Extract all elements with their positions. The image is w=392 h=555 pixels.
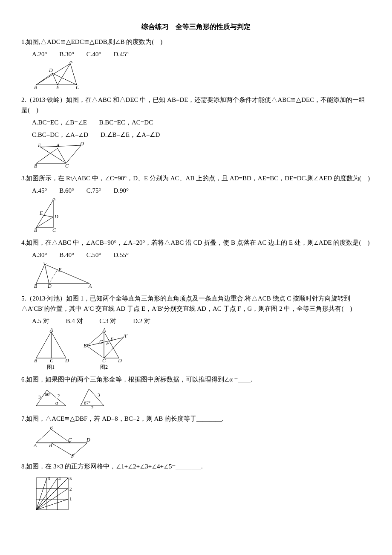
svg-line-40 bbox=[87, 346, 104, 358]
svg-text:F: F bbox=[71, 453, 75, 458]
svg-text:B′: B′ bbox=[84, 343, 88, 349]
svg-text:C: C bbox=[52, 227, 56, 233]
svg-text:A: A bbox=[102, 328, 106, 333]
svg-line-43 bbox=[87, 338, 123, 346]
q1-option-b: B.30° bbox=[59, 51, 74, 58]
svg-text:C: C bbox=[102, 358, 106, 364]
q2-option-d: D.∠B=∠E，∠A=∠D bbox=[101, 131, 160, 138]
svg-text:G: G bbox=[99, 339, 103, 345]
svg-text:E: E bbox=[49, 426, 53, 431]
question-2: 2.（2013·铁岭）如图，在△ABC 和△DEC 中，已知 AB=DE，还需要… bbox=[21, 95, 371, 115]
question-7: 7.如图，△ACE≌△DBF，若 AD=8，BC=2，则 AB 的长度等于___… bbox=[21, 413, 371, 424]
svg-text:4: 4 bbox=[58, 476, 61, 481]
svg-marker-10 bbox=[36, 148, 66, 163]
q5-option-b: B.4 对 bbox=[66, 318, 83, 324]
svg-line-79 bbox=[36, 499, 68, 510]
svg-text:2: 2 bbox=[58, 393, 60, 398]
svg-text:A: A bbox=[56, 142, 60, 148]
q4-option-c: C.50° bbox=[86, 251, 101, 258]
q4-options: A.30° B.40° C.50° D.55° bbox=[21, 250, 371, 260]
q2-figure: B C A E D bbox=[21, 142, 371, 170]
svg-text:D: D bbox=[86, 437, 90, 443]
svg-text:C: C bbox=[43, 262, 47, 266]
q1-option-c: C.40° bbox=[86, 51, 101, 58]
q3-options: A.45° B.60° C.75° D.90° bbox=[21, 185, 371, 196]
q3-option-a: A.45° bbox=[32, 187, 47, 194]
svg-text:D: D bbox=[118, 358, 122, 364]
svg-text:1: 1 bbox=[69, 496, 72, 501]
q1-option-d: D.45° bbox=[113, 51, 129, 58]
q3-figure: A B C D E bbox=[21, 198, 371, 234]
svg-text:3: 3 bbox=[48, 476, 50, 481]
svg-text:B: B bbox=[49, 442, 52, 448]
q8-figure: 5 4 3 2 1 bbox=[21, 474, 371, 512]
svg-text:C: C bbox=[65, 163, 69, 169]
svg-marker-63 bbox=[51, 443, 87, 456]
svg-marker-33 bbox=[36, 332, 51, 358]
svg-line-18 bbox=[36, 217, 53, 228]
question-6: 6.如图，如果图中的两个三角形全等，根据图中所标数据，可以推理得到∠α =___… bbox=[21, 374, 371, 384]
q5-options: A.5 对 B.4 对 C.3 对 D.2 对 bbox=[21, 316, 371, 326]
svg-line-26 bbox=[45, 264, 49, 283]
svg-text:A: A bbox=[33, 442, 37, 448]
q5-option-a: A.5 对 bbox=[32, 318, 49, 324]
q1-option-a: A.20° bbox=[32, 51, 47, 58]
svg-text:B: B bbox=[34, 283, 37, 289]
question-4: 4.如图，在△ABC 中，∠ACB=90°，∠A=20°，若将△ABC 沿 CD… bbox=[21, 237, 371, 248]
svg-text:B: B bbox=[34, 227, 37, 233]
svg-text:60°: 60° bbox=[45, 392, 51, 397]
q4-figure: B C A D E bbox=[21, 262, 371, 290]
q2-options-row2: C.BC=DC，∠A=∠D D.∠B=∠E，∠A=∠D bbox=[21, 130, 371, 140]
svg-text:B: B bbox=[34, 358, 37, 364]
svg-text:C: C bbox=[68, 437, 72, 443]
svg-line-75 bbox=[36, 478, 47, 510]
svg-text:A: A bbox=[88, 283, 92, 289]
svg-line-1 bbox=[58, 64, 70, 85]
svg-text:A: A bbox=[49, 328, 53, 333]
q3-option-b: B.60° bbox=[59, 187, 74, 194]
svg-line-2 bbox=[52, 73, 58, 85]
svg-line-19 bbox=[43, 215, 53, 217]
q6-figure: 60° 3 2 α 3 67° 2 bbox=[21, 387, 371, 410]
svg-marker-62 bbox=[36, 429, 70, 443]
question-1: 1.如图,△ADC≌△EDC≌△EDB,则∠B 的度数为( ) bbox=[21, 37, 371, 47]
q1-figure: A D B E C bbox=[21, 61, 371, 91]
svg-text:67°: 67° bbox=[84, 400, 90, 405]
svg-marker-25 bbox=[36, 264, 89, 283]
svg-text:2: 2 bbox=[91, 405, 94, 410]
q1-options: A.20° B.30° C.40° D.45° bbox=[21, 49, 371, 59]
svg-text:A: A bbox=[52, 198, 56, 202]
svg-text:2: 2 bbox=[69, 486, 72, 491]
question-3: 3.如图所示，在 Rt△ABC 中，∠C=90°，D、E 分别为 AC、AB 上… bbox=[21, 173, 371, 183]
svg-marker-0 bbox=[36, 64, 77, 85]
q5-option-c: C.3 对 bbox=[99, 318, 116, 324]
svg-text:D: D bbox=[47, 283, 52, 289]
q2-option-c: C.BC=DC，∠A=∠D bbox=[32, 131, 88, 138]
svg-text:D: D bbox=[80, 142, 84, 147]
svg-text:α: α bbox=[55, 400, 58, 406]
svg-text:3: 3 bbox=[98, 392, 100, 397]
page-title: 综合练习 全等三角形的性质与判定 bbox=[21, 21, 371, 32]
q3-option-c: C.75° bbox=[86, 187, 101, 194]
svg-text:E: E bbox=[58, 267, 62, 273]
q4-option-d: D.55° bbox=[113, 251, 129, 258]
svg-text:F: F bbox=[106, 341, 110, 347]
q5-fig2-caption: 图2 bbox=[100, 364, 108, 370]
svg-text:5: 5 bbox=[69, 476, 72, 481]
svg-line-27 bbox=[49, 270, 58, 283]
svg-text:C: C bbox=[50, 358, 54, 364]
q2-option-a: A.BC=EC，∠B=∠E bbox=[32, 119, 87, 126]
svg-marker-17 bbox=[36, 200, 53, 228]
svg-text:E: E bbox=[37, 142, 41, 148]
question-5: 5.（2013·河池）如图 1，已知两个全等直角三角形的直角顶点及一条直角边重合… bbox=[21, 293, 371, 314]
q2-option-b: B.BC=EC，AC=DC bbox=[99, 119, 153, 126]
q4-option-b: B.40° bbox=[59, 251, 74, 258]
svg-text:C: C bbox=[76, 84, 80, 90]
svg-text:A: A bbox=[69, 61, 73, 64]
svg-text:D: D bbox=[49, 67, 53, 73]
q2-options-row1: A.BC=EC，∠B=∠E B.BC=EC，AC=DC bbox=[21, 117, 371, 127]
svg-line-3 bbox=[36, 73, 52, 85]
svg-text:B: B bbox=[34, 163, 37, 169]
q3-option-d: D.90° bbox=[113, 187, 129, 194]
q7-figure: A B C D E F bbox=[21, 426, 371, 458]
